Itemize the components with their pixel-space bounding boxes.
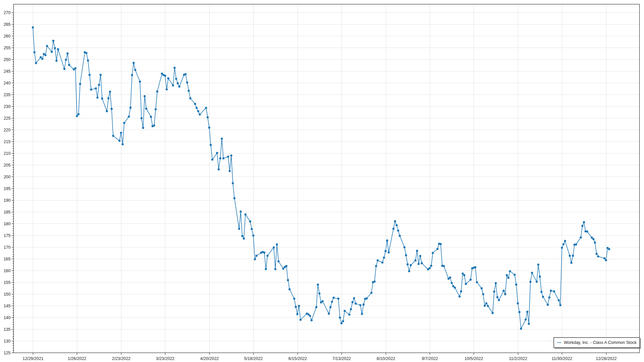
data-point-marker — [343, 310, 345, 312]
data-point-marker — [340, 322, 342, 324]
data-point-marker — [164, 75, 166, 77]
data-point-marker — [394, 220, 396, 222]
data-point-marker — [208, 127, 210, 129]
data-point-marker — [484, 305, 486, 307]
data-point-marker — [419, 255, 421, 257]
data-point-marker — [263, 252, 265, 254]
data-point-marker — [430, 265, 432, 267]
data-point-marker — [219, 157, 221, 159]
stock-price-line-chart[interactable]: 1251301351401451501551601651701751801851… — [0, 0, 644, 362]
data-point-marker — [106, 110, 108, 112]
data-point-marker — [592, 238, 594, 240]
data-point-marker — [96, 97, 98, 99]
data-point-marker — [337, 298, 339, 300]
x-tick-label: 9/7/2022 — [422, 356, 438, 361]
data-point-marker — [128, 116, 130, 118]
data-point-marker — [569, 255, 571, 257]
data-point-marker — [366, 297, 368, 299]
y-tick-label: 155 — [4, 280, 11, 285]
data-point-marker — [440, 243, 442, 245]
data-point-marker — [95, 87, 97, 89]
data-point-marker — [101, 98, 103, 100]
data-point-marker — [145, 108, 147, 110]
data-point-marker — [150, 116, 152, 118]
data-point-marker — [255, 255, 257, 257]
data-point-marker — [460, 290, 462, 292]
y-tick-label: 180 — [4, 222, 11, 226]
data-point-marker — [109, 90, 111, 93]
y-tick-label: 160 — [4, 268, 11, 273]
data-point-marker — [432, 252, 434, 254]
x-tick-label: 11/2/2022 — [509, 356, 527, 361]
data-point-marker — [363, 303, 365, 305]
data-point-marker — [410, 264, 412, 266]
data-point-marker — [274, 268, 276, 270]
data-point-marker — [515, 284, 517, 286]
data-point-marker — [339, 317, 341, 319]
data-point-marker — [134, 69, 136, 71]
y-tick-label: 125 — [4, 351, 11, 355]
chart-window: 1251301351401451501551601651701751801851… — [0, 0, 644, 362]
data-point-marker — [359, 304, 361, 306]
data-point-marker — [542, 296, 544, 298]
data-point-marker — [580, 236, 582, 238]
data-point-marker — [583, 221, 585, 223]
data-point-marker — [322, 300, 324, 302]
data-point-marker — [142, 127, 144, 129]
x-tick-label: 11/30/2022 — [552, 356, 573, 361]
data-point-marker — [241, 235, 243, 237]
data-point-marker — [175, 78, 177, 80]
data-point-marker — [405, 254, 407, 256]
data-point-marker — [375, 265, 377, 267]
data-point-marker — [526, 311, 528, 313]
y-tick-label: 265 — [4, 22, 11, 27]
data-point-marker — [245, 214, 247, 216]
data-point-marker — [529, 281, 531, 283]
data-point-marker — [562, 243, 565, 245]
data-point-marker — [265, 268, 267, 270]
data-point-marker — [239, 210, 241, 213]
data-point-marker — [381, 261, 383, 263]
x-tick-label: 5/18/2022 — [244, 356, 263, 361]
y-tick-label: 270 — [4, 10, 11, 15]
data-point-marker — [520, 327, 522, 329]
data-point-marker — [251, 228, 253, 230]
y-tick-label: 255 — [4, 46, 11, 50]
data-point-marker — [561, 247, 563, 249]
x-tick-label: 12/28/2022 — [596, 356, 617, 361]
data-point-marker — [197, 110, 199, 112]
data-point-marker — [342, 320, 344, 322]
data-point-marker — [57, 48, 59, 50]
data-point-marker — [167, 77, 169, 79]
data-point-marker — [129, 107, 131, 109]
data-point-marker — [377, 259, 379, 261]
data-point-marker — [44, 54, 46, 56]
data-point-marker — [540, 291, 542, 293]
data-point-marker — [288, 288, 290, 290]
y-tick-label: 170 — [4, 245, 11, 250]
data-point-marker — [331, 301, 333, 303]
data-point-marker — [536, 281, 538, 283]
data-point-marker — [177, 82, 179, 84]
data-point-marker — [451, 282, 453, 284]
data-point-marker — [184, 73, 186, 75]
data-point-marker — [495, 282, 497, 284]
data-point-marker — [132, 62, 135, 64]
data-point-marker — [392, 228, 394, 230]
x-tick-label: 8/10/2022 — [377, 356, 395, 361]
data-point-marker — [317, 284, 319, 286]
data-point-marker — [295, 306, 297, 308]
data-point-marker — [243, 238, 245, 240]
data-point-marker — [221, 137, 223, 139]
data-point-marker — [229, 170, 231, 172]
data-point-marker — [459, 296, 461, 298]
data-point-marker — [156, 90, 158, 93]
data-point-marker — [35, 62, 37, 64]
data-point-marker — [397, 230, 399, 232]
data-point-marker — [559, 304, 561, 306]
data-point-marker — [63, 68, 65, 70]
data-point-marker — [465, 283, 467, 285]
data-point-marker — [311, 319, 313, 321]
data-point-marker — [436, 248, 438, 250]
data-point-marker — [315, 306, 317, 308]
